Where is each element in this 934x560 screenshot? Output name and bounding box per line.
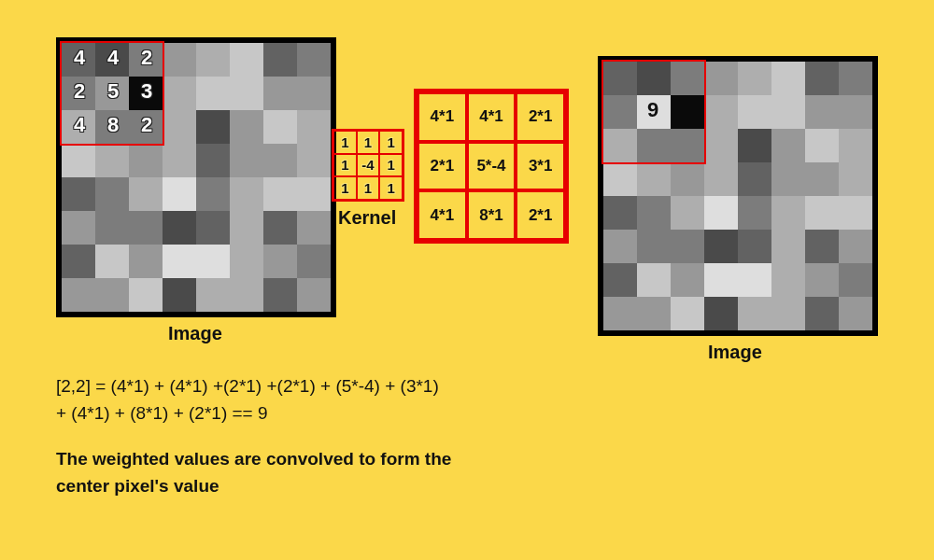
pixel-cell bbox=[671, 297, 704, 330]
mult-cell: 8*1 bbox=[467, 190, 517, 240]
pixel-cell bbox=[196, 278, 230, 312]
pixel-cell bbox=[263, 245, 297, 278]
pixel-cell bbox=[263, 43, 297, 77]
pixel-cell bbox=[230, 110, 263, 144]
pixel-cell bbox=[704, 263, 738, 297]
pixel-cell bbox=[671, 196, 704, 230]
src-val-00: 4 bbox=[65, 46, 93, 70]
pixel-cell bbox=[637, 162, 671, 196]
pixel-cell bbox=[637, 230, 671, 263]
kernel-cell: 1 bbox=[333, 176, 357, 200]
pixel-cell bbox=[771, 196, 805, 230]
pixel-cell bbox=[771, 297, 805, 330]
pixel-cell bbox=[603, 263, 637, 297]
pixel-cell bbox=[129, 144, 163, 177]
pixel-cell bbox=[230, 144, 263, 177]
pixel-cell bbox=[805, 62, 839, 95]
src-val-21: 8 bbox=[99, 113, 127, 137]
pixel-cell bbox=[603, 162, 637, 196]
pixel-cell bbox=[95, 278, 129, 312]
kernel-cell: 1 bbox=[357, 131, 380, 154]
pixel-cell bbox=[297, 43, 331, 77]
pixel-cell bbox=[637, 263, 671, 297]
pixel-cell bbox=[163, 177, 196, 211]
pixel-cell bbox=[805, 95, 839, 129]
mult-cell: 2*1 bbox=[516, 92, 565, 142]
equation-line2: + (4*1) + (8*1) + (2*1) == 9 bbox=[56, 400, 439, 427]
pixel-cell bbox=[738, 196, 771, 230]
result-image-label: Image bbox=[708, 342, 762, 363]
description-line2: center pixel's value bbox=[56, 473, 451, 500]
pixel-cell bbox=[196, 77, 230, 110]
description-text: The weighted values are convolved to for… bbox=[56, 446, 451, 499]
pixel-cell bbox=[297, 245, 331, 278]
pixel-cell bbox=[263, 278, 297, 312]
convolution-equation: [2,2] = (4*1) + (4*1) +(2*1) +(2*1) + (5… bbox=[56, 373, 439, 427]
pixel-cell bbox=[738, 230, 771, 263]
source-image-label: Image bbox=[168, 323, 222, 344]
pixel-cell bbox=[196, 144, 230, 177]
pixel-cell bbox=[637, 196, 671, 230]
pixel-cell bbox=[263, 177, 297, 211]
pixel-cell bbox=[129, 177, 163, 211]
pixel-cell bbox=[805, 297, 839, 330]
pixel-cell bbox=[163, 77, 196, 110]
mult-cell: 4*1 bbox=[467, 92, 517, 142]
src-val-20: 4 bbox=[65, 113, 93, 137]
mult-cell: 2*1 bbox=[516, 190, 565, 240]
kernel-cell: 1 bbox=[379, 154, 403, 177]
pixel-cell bbox=[230, 245, 263, 278]
kernel-cell: 1 bbox=[333, 131, 357, 154]
kernel-cell: 1 bbox=[333, 154, 357, 177]
pixel-cell bbox=[196, 177, 230, 211]
pixel-cell bbox=[839, 62, 872, 95]
kernel-cell: -4 bbox=[357, 154, 380, 177]
kernel-grid: 1111-41111 bbox=[332, 129, 404, 202]
pixel-cell bbox=[62, 211, 95, 245]
pixel-cell bbox=[95, 177, 129, 211]
pixel-cell bbox=[230, 211, 263, 245]
pixel-cell bbox=[196, 211, 230, 245]
result-value: 9 bbox=[647, 98, 658, 122]
pixel-cell bbox=[671, 263, 704, 297]
src-val-22: 2 bbox=[133, 113, 161, 137]
equation-line1: [2,2] = (4*1) + (4*1) +(2*1) +(2*1) + (5… bbox=[56, 373, 439, 400]
mult-cell: 3*1 bbox=[516, 142, 565, 191]
src-val-11: 5 bbox=[99, 79, 127, 104]
kernel-label: Kernel bbox=[338, 207, 396, 229]
pixel-cell bbox=[771, 129, 805, 162]
pixel-cell bbox=[738, 95, 771, 129]
pixel-cell bbox=[603, 230, 637, 263]
pixel-cell bbox=[704, 62, 738, 95]
src-val-10: 2 bbox=[65, 79, 93, 104]
pixel-cell bbox=[163, 211, 196, 245]
pixel-cell bbox=[839, 129, 872, 162]
pixel-cell bbox=[297, 211, 331, 245]
pixel-cell bbox=[738, 162, 771, 196]
pixel-cell bbox=[129, 278, 163, 312]
pixel-cell bbox=[704, 230, 738, 263]
pixel-cell bbox=[771, 62, 805, 95]
pixel-cell bbox=[704, 162, 738, 196]
pixel-cell bbox=[263, 77, 297, 110]
mult-cell: 4*1 bbox=[417, 92, 467, 142]
pixel-cell bbox=[263, 211, 297, 245]
pixel-cell bbox=[805, 196, 839, 230]
pixel-cell bbox=[805, 230, 839, 263]
pixel-cell bbox=[738, 129, 771, 162]
pixel-cell bbox=[95, 144, 129, 177]
pixel-cell bbox=[839, 162, 872, 196]
kernel-cell: 1 bbox=[379, 131, 403, 154]
pixel-cell bbox=[738, 297, 771, 330]
pixel-cell bbox=[129, 211, 163, 245]
pixel-cell bbox=[738, 263, 771, 297]
pixel-cell bbox=[62, 144, 95, 177]
description-line1: The weighted values are convolved to for… bbox=[56, 446, 451, 473]
pixel-cell bbox=[603, 196, 637, 230]
pixel-cell bbox=[297, 144, 331, 177]
pixel-cell bbox=[163, 110, 196, 144]
pixel-cell bbox=[196, 110, 230, 144]
pixel-cell bbox=[297, 278, 331, 312]
pixel-cell bbox=[196, 245, 230, 278]
pixel-cell bbox=[297, 177, 331, 211]
